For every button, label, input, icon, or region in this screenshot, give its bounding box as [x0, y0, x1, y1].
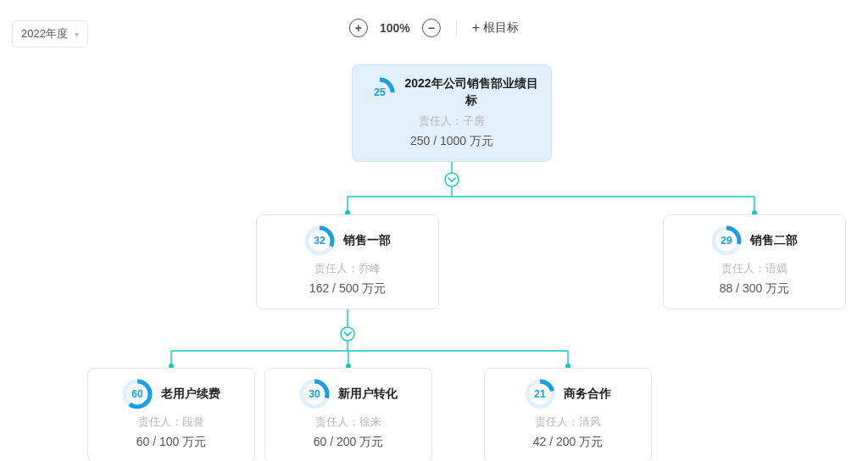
goal-title: 销售一部: [343, 232, 391, 249]
goal-owner: 责任人：子房: [419, 114, 485, 129]
goal-owner: 责任人：语嫣: [721, 261, 787, 276]
goal-owner: 责任人：乔峰: [314, 261, 381, 276]
svg-point-9: [341, 327, 354, 341]
goal-title: 新用户转化: [338, 386, 398, 403]
progress-donut: 25: [364, 77, 395, 108]
goal-owner: 责任人：段誉: [138, 414, 204, 430]
progress-donut: 21: [525, 379, 555, 409]
goal-node-sales-2[interactable]: 29 销售二部 责任人：语嫣 88 / 300 万元: [663, 214, 846, 309]
goal-metric: 250 / 1000 万元: [410, 134, 493, 149]
progress-value: 32: [314, 235, 325, 247]
goal-metric: 60 / 200 万元: [314, 435, 384, 450]
goal-title: 2022年公司销售部业绩目标: [403, 75, 539, 108]
progress-value: 60: [131, 388, 142, 400]
progress-donut: 60: [122, 379, 153, 409]
progress-donut: 29: [711, 225, 742, 256]
goal-node-newuser[interactable]: 30 新用户转化 责任人：徐来 60 / 200 万元: [264, 368, 432, 461]
goal-title: 销售二部: [750, 232, 798, 249]
progress-value: 21: [534, 388, 545, 400]
progress-value: 30: [309, 388, 320, 400]
progress-donut: 30: [299, 379, 330, 409]
svg-point-1: [445, 173, 459, 186]
goal-metric: 60 / 100 万元: [136, 435, 207, 450]
goal-metric: 162 / 500 万元: [309, 281, 386, 297]
goal-node-sales-1[interactable]: 32 销售一部 责任人：乔峰 162 / 500 万元: [256, 214, 439, 309]
goal-node-biz[interactable]: 21 商务合作 责任人：清风 42 / 200 万元: [484, 368, 652, 461]
progress-value: 25: [374, 86, 385, 98]
okr-tree-canvas[interactable]: 25 2022年公司销售部业绩目标 责任人：子房 250 / 1000 万元 3…: [0, 0, 868, 461]
goal-metric: 42 / 200 万元: [533, 435, 604, 450]
goal-owner: 责任人：清风: [535, 414, 601, 430]
goal-node-renewal[interactable]: 60 老用户续费 责任人：段誉 60 / 100 万元: [87, 368, 255, 461]
goal-owner: 责任人：徐来: [315, 414, 381, 430]
goal-metric: 88 / 300 万元: [720, 281, 790, 297]
progress-value: 29: [721, 235, 732, 247]
progress-donut: 32: [304, 225, 335, 256]
goal-title: 老用户续费: [161, 386, 220, 403]
goal-node-root[interactable]: 25 2022年公司销售部业绩目标 责任人：子房 250 / 1000 万元: [352, 64, 552, 162]
goal-title: 商务合作: [564, 386, 611, 403]
